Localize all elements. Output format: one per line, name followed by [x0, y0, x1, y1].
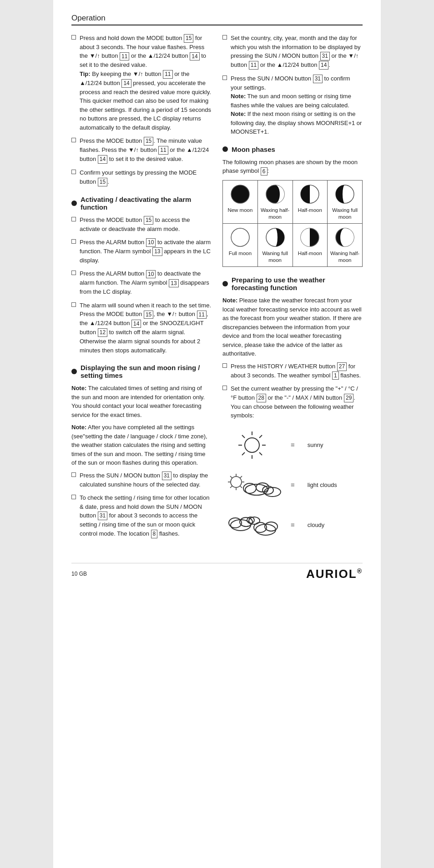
- w-text-2: Set the current weather by pressing the …: [231, 384, 363, 420]
- waxing-full-moon-label: Waxing full moon: [329, 207, 360, 221]
- moon-cell-waxing-half: Waxing half-moon: [257, 181, 293, 224]
- sun-moon-section-header: Displaying the sun and moon rising / set…: [71, 364, 212, 379]
- half-moon-2-icon: [299, 226, 321, 248]
- box-14: 14: [190, 52, 199, 61]
- new-moon-icon: [229, 183, 251, 205]
- waxing-half-moon-label: Waxing half-moon: [260, 207, 291, 221]
- weather-bullets: Press the HISTORY / WEATHER button 27 fo…: [222, 362, 363, 420]
- box-31d: 31: [313, 75, 323, 83]
- bullet-item-2: Press the MODE button 15. The minute val…: [71, 136, 212, 164]
- box-10b: 10: [146, 270, 156, 279]
- footer-page-number: 10 GB: [71, 571, 87, 577]
- full-moon-icon: [229, 226, 251, 248]
- box-31a: 31: [162, 472, 172, 480]
- box-14e: 14: [319, 61, 328, 70]
- alarm-item-3: Press the ALARM button 10 to deactivate …: [71, 269, 212, 296]
- sun-moon-note2: Note: After you have completed all the s…: [71, 423, 212, 467]
- weather-symbol-sunny: = sunny: [222, 429, 363, 461]
- half-moon-icon: [299, 183, 321, 205]
- svg-line-15: [259, 435, 262, 438]
- w-bullet-2: [222, 386, 227, 390]
- page-title: Operation: [71, 14, 363, 25]
- bullet-text-2: Press the MODE button 15. The minute val…: [80, 136, 212, 164]
- moon-row-1: New moon Waxing half-moon: [223, 181, 363, 224]
- sun-moon-section-title: Displaying the sun and moon rising / set…: [81, 364, 212, 379]
- alarm-bullet: [71, 201, 77, 206]
- waxing-full-moon-icon: [334, 183, 356, 205]
- alarm-item-4: The alarm will sound when it reach to th…: [71, 301, 212, 355]
- alarm-text-3: Press the ALARM button 10 to deactivate …: [80, 269, 212, 296]
- svg-line-24: [240, 476, 242, 478]
- box-31b: 31: [98, 512, 107, 520]
- box-8: 8: [151, 530, 158, 538]
- moon-cell-new: New moon: [223, 181, 258, 224]
- right-item-1: Set the country, city, year, month and t…: [222, 34, 363, 70]
- svg-line-25: [230, 486, 232, 488]
- note2-bold: Note:: [71, 424, 86, 431]
- light-clouds-label: light clouds: [308, 482, 337, 488]
- eq-sign-sunny: =: [291, 441, 295, 449]
- light-clouds-icon: [222, 469, 282, 501]
- w-bullet-1: [222, 363, 227, 368]
- box-11c: 11: [158, 146, 168, 155]
- box-14c: 14: [98, 155, 107, 164]
- weather-symbol-light-clouds: = light clouds: [222, 469, 363, 501]
- footer-brand: AURIOL®: [306, 567, 363, 581]
- cloudy-icon: [222, 509, 282, 541]
- waning-full-moon-icon: [264, 226, 286, 248]
- box-15: 15: [184, 34, 193, 43]
- bullet-square-3: [71, 170, 76, 174]
- time-setting-section: Press and hold down the MODE button 15 f…: [71, 34, 212, 186]
- moon-cell-full: Full moon: [223, 224, 258, 267]
- weather-section-header: Preparing to use the weather forecasting…: [222, 276, 363, 291]
- weather-note: Note: Please take the weather forecast f…: [222, 296, 363, 358]
- sunny-label: sunny: [308, 442, 323, 448]
- page: Operation Press and hold down the MODE b…: [53, 0, 381, 868]
- svg-point-8: [245, 438, 259, 452]
- left-column: Press and hold down the MODE button 15 f…: [71, 34, 212, 549]
- waning-full-moon-label: Waning full moon: [260, 250, 291, 264]
- alarm-item-1: Press the MODE button 15 to access the a…: [71, 216, 212, 233]
- weather-note-bold: Note:: [222, 297, 237, 304]
- box-11d: 11: [197, 311, 207, 319]
- sunny-icon: [232, 429, 273, 461]
- box-11b: 11: [163, 70, 172, 79]
- svg-point-0: [231, 185, 249, 203]
- moon-phases-intro: The following moon phases are shown by t…: [222, 158, 363, 176]
- eq-sign-light-clouds: =: [291, 481, 295, 489]
- box-6: 6: [261, 167, 267, 176]
- sun-moon-item-2: To check the setting / rising time for o…: [71, 493, 212, 538]
- box-27: 27: [337, 362, 347, 371]
- sm-bullet-2: [71, 495, 76, 499]
- moon-phases-header: Moon phases: [222, 146, 363, 153]
- sun-moon-bullet: [71, 369, 77, 374]
- box-11e: 11: [249, 61, 258, 70]
- alarm-bullet-1: [71, 217, 76, 221]
- moon-cell-half: Half-moon: [293, 181, 328, 224]
- box-15c: 15: [144, 137, 153, 146]
- sun-moon-note1: Note: The calculated times of setting an…: [71, 384, 212, 419]
- r-note2-bold: Note:: [231, 110, 246, 117]
- bullet-square: [71, 35, 76, 40]
- svg-point-17: [231, 477, 242, 487]
- box-15e: 15: [144, 216, 153, 225]
- svg-line-14: [259, 452, 262, 455]
- right-column: Set the country, city, year, month and t…: [222, 34, 363, 549]
- full-moon-label: Full moon: [225, 250, 256, 257]
- weather-section-title: Preparing to use the weather forecasting…: [232, 276, 363, 291]
- box-29: 29: [344, 394, 353, 402]
- tip-label: Tip:: [80, 70, 91, 77]
- cloudy-icon-area: [222, 509, 282, 541]
- bullet-item-3: Confirm your settings by pressing the MO…: [71, 168, 212, 186]
- box-10a: 10: [146, 238, 156, 247]
- light-clouds-icon-area: [222, 469, 282, 501]
- bullet-text-1: Press and hold down the MODE button 15 f…: [80, 34, 212, 132]
- box-13a: 13: [152, 247, 162, 256]
- sun-moon-item-1: Press the SUN / MOON button 31 to displa…: [71, 471, 212, 489]
- main-content: Press and hold down the MODE button 15 f…: [71, 34, 363, 549]
- box-14d: 14: [131, 320, 141, 328]
- svg-point-4: [231, 228, 249, 246]
- half-moon-label: Half-moon: [295, 207, 326, 214]
- cloudy-label: cloudy: [308, 522, 325, 528]
- box-13b: 13: [169, 279, 178, 288]
